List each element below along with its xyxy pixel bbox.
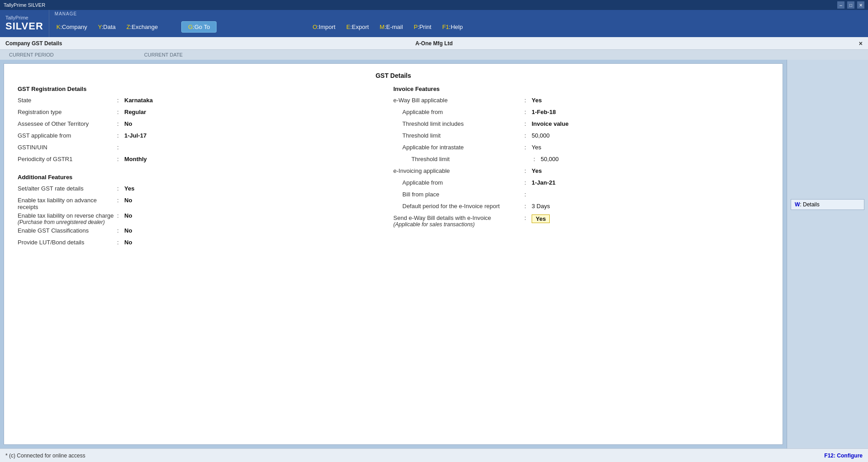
field-gst-rate: Set/alter GST rate details : Yes xyxy=(18,185,393,195)
field-default-period: Default period for the e-Invoice report … xyxy=(393,203,769,213)
field-bill-place: Bill from place : xyxy=(393,191,769,201)
gst-left: GST Registration Details State : Karnata… xyxy=(18,86,393,251)
field-label-state: State xyxy=(18,97,117,104)
field-label-gst-class: Enable GST Classifications xyxy=(18,227,117,234)
field-label-intrastate: Applicable for intrastate xyxy=(393,144,524,151)
right-sidebar: W: Details xyxy=(787,60,868,448)
minimize-button[interactable]: – xyxy=(837,1,844,9)
field-state: State : Karnataka xyxy=(18,97,393,107)
menu-help[interactable]: F1:Help xyxy=(437,22,468,32)
title-bar-text: TallyPrime SILVER xyxy=(4,2,45,8)
field-label-send-eway-einvoice: Send e-Way Bill details with e-Invoice (… xyxy=(393,214,524,228)
field-label-bill-place: Bill from place xyxy=(393,191,524,198)
field-value-einvoice-from: 1-Jan-21 xyxy=(530,179,769,186)
field-label-threshold-includes: Threshold limit includes xyxy=(393,120,524,127)
field-einvoice-applicable: e-Invoicing applicable : Yes xyxy=(393,167,769,177)
sub-header: Company GST Details A-One Mfg Ltd × xyxy=(0,37,868,50)
current-period-label: CURRENT PERIOD xyxy=(9,52,54,57)
field-label-reverse-charge: Enable tax liability on reverse charge (… xyxy=(18,212,117,225)
field-einvoice-from: Applicable from : 1-Jan-21 xyxy=(393,179,769,189)
field-gst-class: Enable GST Classifications : No xyxy=(18,227,393,237)
field-label-gstin: GSTIN/UIN xyxy=(18,144,117,151)
current-date-label: CURRENT DATE xyxy=(144,52,183,57)
title-bar: TallyPrime SILVER – □ ✕ xyxy=(0,0,868,10)
field-send-eway-einvoice: Send e-Way Bill details with e-Invoice (… xyxy=(393,214,769,228)
field-label-einvoice-applicable: e-Invoicing applicable xyxy=(393,167,524,174)
gst-panel: GST Details GST Registration Details Sta… xyxy=(4,63,783,445)
manage-items: K:Company Y:Data Z:Exchange G:Go To O:Im… xyxy=(49,16,470,37)
field-eway-from: Applicable from : 1-Feb-18 xyxy=(393,109,769,119)
field-gstin: GSTIN/UIN : xyxy=(18,144,393,154)
field-value-threshold-limit: 50,000 xyxy=(530,132,769,139)
field-label-tax-advance: Enable tax liability on advance receipts xyxy=(18,197,117,210)
menu-bar: TallyPrime SILVER MANAGE K:Company Y:Dat… xyxy=(0,10,868,37)
status-connected: * (c) Connected for online access xyxy=(5,452,85,459)
field-value-gst-class: No xyxy=(123,227,393,234)
app-logo: TallyPrime SILVER xyxy=(0,10,49,37)
menu-company[interactable]: K:Company xyxy=(51,22,93,32)
field-value-regtype: Regular xyxy=(123,109,393,115)
field-reverse-charge: Enable tax liability on reverse charge (… xyxy=(18,212,393,225)
field-label-assessee: Assessee of Other Territory xyxy=(18,120,117,127)
title-bar-controls: – □ ✕ xyxy=(837,1,864,9)
field-value-intrastate: Yes xyxy=(530,144,769,151)
field-value-reverse-charge: No xyxy=(123,212,393,219)
field-tax-advance: Enable tax liability on advance receipts… xyxy=(18,197,393,210)
field-value-intrastate-threshold: 50,000 xyxy=(539,156,769,162)
maximize-button[interactable]: □ xyxy=(847,1,854,9)
field-value-default-period: 3 Days xyxy=(530,203,769,210)
status-bar: * (c) Connected for online access F12: C… xyxy=(0,448,868,462)
menu-print[interactable]: P:Print xyxy=(408,22,437,32)
manage-section: MANAGE K:Company Y:Data Z:Exchange G:Go … xyxy=(49,10,470,37)
field-value-einvoice-applicable: Yes xyxy=(530,167,769,174)
labels-row: CURRENT PERIOD CURRENT DATE xyxy=(0,50,868,60)
field-label-eway-from: Applicable from xyxy=(393,109,524,115)
sub-header-title: Company GST Details xyxy=(5,40,62,47)
goto-button[interactable]: G:Go To xyxy=(181,21,217,33)
field-label-regtype: Registration type xyxy=(18,109,117,115)
menu-export[interactable]: E:Export xyxy=(341,22,374,32)
field-periodicity: Periodicity of GSTR1 : Monthly xyxy=(18,156,393,166)
field-label-einvoice-from: Applicable from xyxy=(393,179,524,186)
field-threshold-limit: Threshold limit : 50,000 xyxy=(393,132,769,142)
field-intrastate: Applicable for intrastate : Yes xyxy=(393,144,769,154)
field-value-lut-bond: No xyxy=(123,239,393,246)
field-label-gst-rate: Set/alter GST rate details xyxy=(18,185,117,192)
menu-email[interactable]: M:E-mail xyxy=(374,22,408,32)
field-value-gst-rate: Yes xyxy=(123,185,393,192)
field-label-threshold-limit: Threshold limit xyxy=(393,132,524,139)
field-value-periodicity: Monthly xyxy=(123,156,393,162)
invoice-heading: Invoice Features xyxy=(393,86,769,92)
menu-data[interactable]: Y:Data xyxy=(93,22,121,32)
field-regtype: Registration type : Regular xyxy=(18,109,393,119)
close-button[interactable]: × xyxy=(859,40,863,47)
additional-heading: Additional Features xyxy=(18,174,393,181)
field-value-eway-from: 1-Feb-18 xyxy=(530,109,769,115)
field-eway-applicable: e-Way Bill applicable : Yes xyxy=(393,97,769,107)
field-intrastate-threshold: Threshold limit : 50,000 xyxy=(393,156,769,166)
sub-header-company: A-One Mfg Ltd xyxy=(415,40,453,47)
field-label-gst-from: GST applicable from xyxy=(18,132,117,139)
tally-label: TallyPrime xyxy=(5,15,43,20)
field-value-send-eway-einvoice: Yes xyxy=(530,214,769,223)
gst-sections: GST Registration Details State : Karnata… xyxy=(4,86,783,260)
field-gst-from: GST applicable from : 1-Jul-17 xyxy=(18,132,393,142)
registration-heading: GST Registration Details xyxy=(18,86,393,92)
close-window-button[interactable]: ✕ xyxy=(857,1,864,9)
field-label-intrastate-threshold: Threshold limit xyxy=(393,156,533,162)
configure-button[interactable]: F12: Configure xyxy=(824,452,863,459)
manage-title: MANAGE xyxy=(49,10,470,16)
menu-exchange[interactable]: Z:Exchange xyxy=(121,22,163,32)
field-value-gst-from: 1-Jul-17 xyxy=(123,132,393,139)
field-label-lut-bond: Provide LUT/Bond details xyxy=(18,239,117,246)
gst-right: Invoice Features e-Way Bill applicable :… xyxy=(393,86,769,251)
silver-label: SILVER xyxy=(5,20,43,32)
details-button[interactable]: W: Details xyxy=(791,199,864,210)
field-value-tax-advance: No xyxy=(123,197,393,204)
field-value-threshold-includes: Invoice value xyxy=(530,120,769,127)
field-label-default-period: Default period for the e-Invoice report xyxy=(393,203,524,210)
gst-panel-title: GST Details xyxy=(4,64,783,86)
field-label-periodicity: Periodicity of GSTR1 xyxy=(18,156,117,162)
menu-import[interactable]: O:Import xyxy=(307,22,341,32)
field-value-assessee: No xyxy=(123,120,393,127)
